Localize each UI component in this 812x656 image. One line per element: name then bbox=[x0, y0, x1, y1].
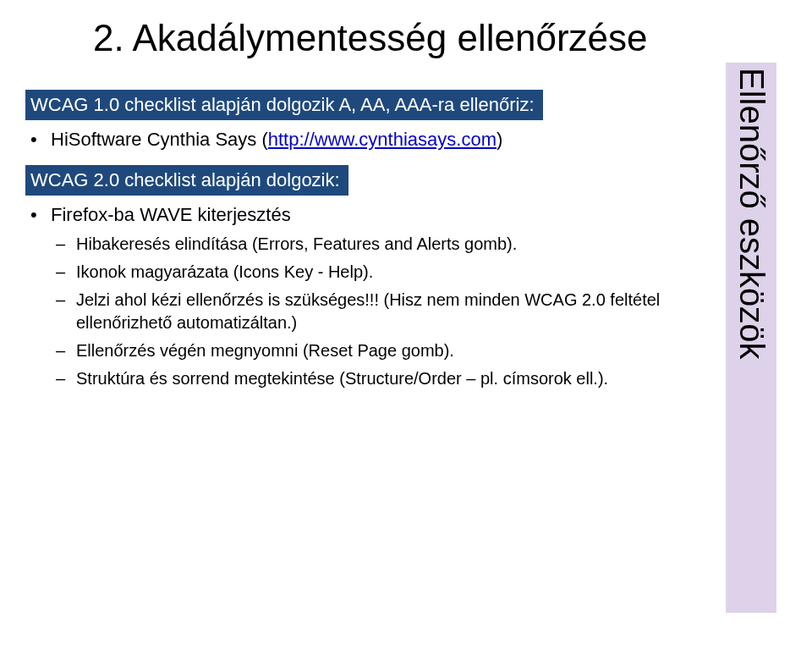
item-text: Firefox-ba WAVE kiterjesztés bbox=[51, 204, 291, 225]
item-text: HiSoftware Cynthia Says ( bbox=[51, 129, 268, 150]
item-text-suffix: ) bbox=[497, 129, 502, 150]
section2-sublist: Hibakeresés elindítása (Errors, Features… bbox=[51, 233, 685, 390]
sidebar: Ellenőrző eszközök bbox=[726, 63, 776, 613]
list-item: Hibakeresés elindítása (Errors, Features… bbox=[51, 233, 685, 256]
slide-content: WCAG 1.0 checklist alapján dolgozik A, A… bbox=[0, 59, 685, 390]
slide-title: 2. Akadálymentesség ellenőrzése bbox=[0, 0, 812, 59]
list-item: Struktúra és sorrend megtekintése (Struc… bbox=[51, 367, 685, 390]
slide: 2. Akadálymentesség ellenőrzése WCAG 1.0… bbox=[0, 0, 812, 656]
section2-list: Firefox-ba WAVE kiterjesztés Hibakeresés… bbox=[25, 202, 685, 390]
section1-label: WCAG 1.0 checklist alapján dolgozik A, A… bbox=[25, 90, 543, 120]
section2-label: WCAG 2.0 checklist alapján dolgozik: bbox=[25, 165, 348, 196]
list-item: Firefox-ba WAVE kiterjesztés Hibakeresés… bbox=[25, 202, 685, 390]
list-item: Ikonok magyarázata (Icons Key - Help). bbox=[51, 261, 685, 284]
sidebar-label: Ellenőrző eszközök bbox=[732, 68, 771, 360]
list-item: HiSoftware Cynthia Says (http://www.cynt… bbox=[25, 127, 685, 152]
list-item: Ellenőrzés végén megnyomni (Reset Page g… bbox=[51, 339, 685, 362]
cynthiasays-link[interactable]: http://www.cynthiasays.com bbox=[268, 129, 497, 150]
section1-list: HiSoftware Cynthia Says (http://www.cynt… bbox=[25, 127, 685, 152]
list-item: Jelzi ahol kézi ellenőrzés is szükséges!… bbox=[51, 289, 685, 334]
